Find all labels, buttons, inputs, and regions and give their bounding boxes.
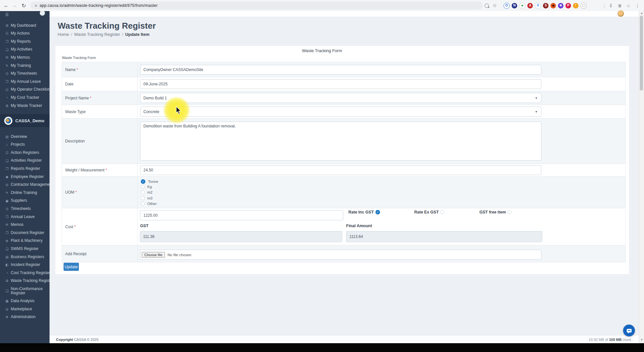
sidebar-item-document-register[interactable]: ❐ Document Register: [0, 229, 50, 237]
scrollbar-thumb[interactable]: [640, 16, 643, 91]
radio-unchecked-icon[interactable]: [440, 210, 444, 214]
radio-unchecked-icon[interactable]: [141, 190, 145, 194]
sidebar-item-label: My Training: [11, 64, 31, 68]
sidebar-item-my-actions[interactable]: ☑ My Actions: [0, 30, 50, 38]
radio-checked-icon[interactable]: ✓: [375, 210, 380, 214]
sidebar-item-my-timesheets[interactable]: ◷ My Timesheets: [0, 70, 50, 78]
weight-input[interactable]: 24.50: [140, 165, 541, 175]
sidebar-item-my-waste-tracker[interactable]: ♻ My Waste Tracker: [0, 102, 50, 110]
downloads-icon[interactable]: ⇩: [607, 0, 615, 11]
site-info-icon[interactable]: ≡: [35, 4, 37, 7]
name-input[interactable]: CompanyOwner CASSADemoSite: [140, 65, 541, 75]
zoom-page-icon[interactable]: [483, 0, 490, 11]
sidebar-item-waste-tracking-register[interactable]: ♻ Waste Tracking Register: [0, 277, 50, 285]
update-button[interactable]: Update: [64, 263, 79, 271]
scrollbar-up-icon[interactable]: ▲: [640, 12, 644, 15]
receipt-label: Add Receipt: [62, 245, 138, 262]
sidebar-item-my-cost-tracker[interactable]: ◔ My Cost Tracker: [0, 94, 50, 102]
page-title: Waste Tracking Register: [58, 21, 156, 31]
browser-address-bar[interactable]: ≡ app.cassa.io/admin/waste-tracking-regi…: [30, 2, 483, 9]
uom-option-m3[interactable]: m3: [141, 196, 153, 200]
sidebar-item-memos[interactable]: ✉ Memos: [0, 221, 50, 229]
uom-option-kg[interactable]: Kg: [141, 185, 152, 189]
sidebar-item-data-analysis[interactable]: ▦ Data Analysis: [0, 297, 50, 305]
sidebar-item-business-registers[interactable]: ▤ Business Registers: [0, 253, 50, 261]
extension-tree-icon[interactable]: ♣: [519, 3, 525, 9]
sidebar-item-label: Suppliers: [11, 198, 27, 203]
chat-widget-button[interactable]: [623, 325, 635, 336]
project-select[interactable]: Demo Build 1 ▾: [140, 93, 541, 103]
browser-reload-icon[interactable]: ↻: [20, 0, 28, 11]
suppliers-icon: ▣: [5, 199, 9, 203]
operator-checklists-icon: ☑: [5, 88, 9, 92]
radio-unchecked-icon[interactable]: [507, 210, 511, 214]
uom-option-other[interactable]: Other: [141, 202, 157, 206]
sidebar-item-my-reports[interactable]: ❐ My Reports: [0, 37, 50, 46]
waste-type-select[interactable]: Concrete ▾: [140, 107, 541, 117]
receipt-file-input[interactable]: Choose file No file chosen: [140, 250, 541, 260]
sidebar-item-administration[interactable]: ⚙ Administration: [0, 313, 50, 321]
sidebar-item-contractor-management[interactable]: ◎ Contractor Management: [0, 181, 50, 189]
extension-flame-icon[interactable]: ◆: [550, 3, 556, 8]
extension-s-icon[interactable]: S: [543, 3, 549, 8]
cost-option-gst-free-item[interactable]: GST free item: [479, 210, 511, 214]
radio-unchecked-icon[interactable]: [141, 196, 145, 200]
sidebar-item-my-training[interactable]: ✎ My Training: [0, 62, 50, 70]
weight-label: Weight / Measurement*: [62, 164, 138, 176]
sidebar-item-annual-leave[interactable]: ❒ Annual Leave: [0, 213, 50, 221]
date-input[interactable]: 09-June-2025: [140, 79, 541, 89]
sidebar-item-swms-register[interactable]: ❑ SWMS Register: [0, 245, 50, 253]
sidebar-item-my-annual-leave[interactable]: ❒ My Annual Leave: [0, 78, 50, 86]
choose-file-button[interactable]: Choose file: [142, 252, 165, 258]
sidebar-item-label: Action Registers: [11, 151, 39, 155]
cost-option-rate-inc-gst[interactable]: Rate Inc GST✓: [348, 210, 380, 214]
uom-option-m2[interactable]: m2: [141, 190, 153, 194]
sidebar-item-projects[interactable]: ⌂ Projects: [0, 141, 50, 149]
sidebar-item-action-registers[interactable]: ☑ Action Registers: [0, 149, 50, 157]
sidebar-item-my-operator-checklists[interactable]: ☑ My Operator Checklists: [0, 86, 50, 94]
browser-menu-icon[interactable]: ⋮: [634, 0, 641, 11]
cost-option-rate-ex-gst[interactable]: Rate Ex GST: [414, 210, 444, 214]
form-card-sublabel: Waste Tracking Form: [62, 56, 96, 60]
radio-unchecked-icon[interactable]: [141, 185, 145, 189]
extension-clipboard-icon[interactable]: ▢: [580, 3, 587, 9]
user-avatar[interactable]: [617, 10, 624, 17]
sidebar-item-plant-machinery[interactable]: ⚙ Plant & Machinery: [0, 237, 50, 245]
radio-unchecked-icon[interactable]: [141, 202, 145, 206]
extension-v-icon[interactable]: V: [535, 3, 541, 9]
cost-rate-input[interactable]: 1225.00: [140, 210, 343, 220]
extension-abp-icon[interactable]: A: [527, 3, 533, 8]
sidebar-item-my-memos[interactable]: ✉ My Memos: [0, 53, 50, 62]
sidebar-item-employee-register[interactable]: ◉ Employee Register: [0, 173, 50, 181]
extension-blue-ring-icon[interactable]: O: [504, 3, 510, 9]
radio-checked-icon[interactable]: ✓: [141, 179, 145, 184]
profile-mask-icon[interactable]: ☺: [624, 0, 632, 11]
sidebar-item-my-dashboard[interactable]: ⊞ My Dashboard: [0, 22, 50, 30]
sidebar-toggle-icon[interactable]: ☰: [5, 12, 9, 17]
sidebar-item-incident-register[interactable]: ◧ Incident Register: [0, 261, 50, 269]
sidebar-item-cost-tracking-register[interactable]: ◔ Cost Tracking Register: [0, 269, 50, 277]
sidebar-item-reports-register[interactable]: ❐ Reports Register: [0, 165, 50, 173]
breadcrumb-link[interactable]: Home: [58, 32, 69, 37]
sidebar-org-row[interactable]: CASSA_Demo: [0, 114, 50, 127]
sidebar-item-activities-register[interactable]: ❏ Activities Register: [0, 157, 50, 165]
description-textarea[interactable]: Demolition waste from Building A foundat…: [140, 122, 541, 161]
sidebar-item-marketplace[interactable]: ◎ Marketplace: [0, 305, 50, 313]
scrollbar-down-icon[interactable]: ▼: [640, 338, 644, 341]
browser-back-icon[interactable]: ←: [2, 0, 10, 11]
sidebar-item-suppliers[interactable]: ▣ Suppliers: [0, 197, 50, 205]
browser-forward-icon[interactable]: →: [10, 0, 19, 11]
extension-n-icon[interactable]: N: [512, 3, 517, 8]
uom-option-tonne[interactable]: ✓Tonne: [141, 179, 158, 184]
sidebar-item-timesheets[interactable]: ◷ Timesheets: [0, 205, 50, 213]
extensions-row: ON♣AVS◆✱P!▢: [504, 0, 587, 11]
breadcrumb-link[interactable]: Waste Tracking Register: [74, 32, 120, 37]
extension-alert-icon[interactable]: !: [573, 3, 578, 8]
reading-list-icon[interactable]: ≣: [616, 0, 624, 11]
bookmark-star-icon[interactable]: ☆: [491, 0, 499, 11]
extension-purple-icon[interactable]: ✱: [558, 3, 564, 8]
sidebar-item-overview[interactable]: ▤ Overview: [0, 133, 50, 141]
sidebar-item-online-training[interactable]: ✎ Online Training: [0, 189, 50, 197]
sidebar-item-non-conformance-register[interactable]: ❏ Non-Conformance Register: [0, 285, 50, 297]
extension-p-icon[interactable]: P: [565, 3, 571, 8]
